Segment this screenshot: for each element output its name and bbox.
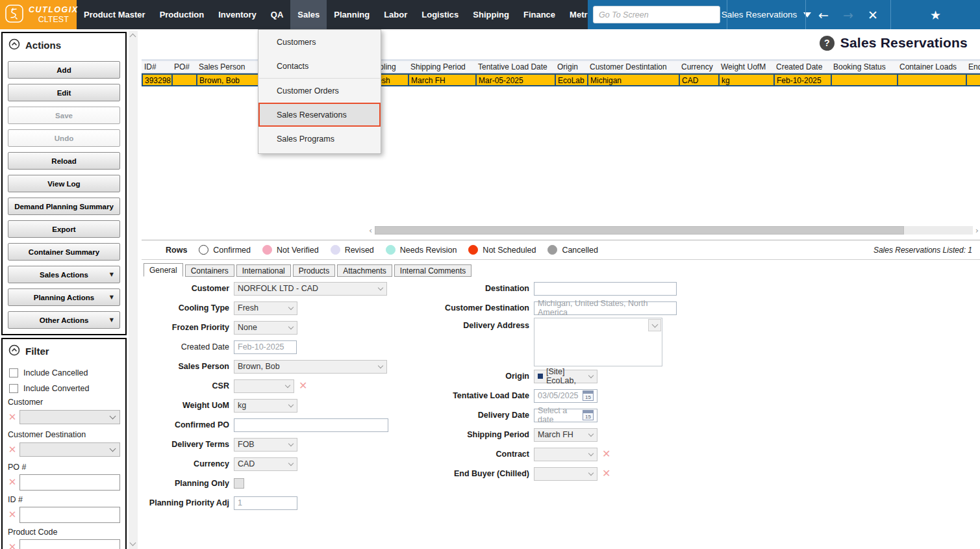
- collapse-actions-icon[interactable]: [8, 38, 20, 52]
- calendar-icon[interactable]: 15: [583, 390, 594, 401]
- confirmed-po-input[interactable]: [234, 418, 388, 432]
- scrollbar-thumb[interactable]: [375, 226, 904, 235]
- origin-select[interactable]: [Site] EcoLab,: [534, 370, 597, 383]
- menu-item-labor[interactable]: Labor: [377, 0, 414, 29]
- view-log-button[interactable]: View Log: [8, 175, 120, 192]
- close-icon[interactable]: ✕: [868, 8, 878, 22]
- row-cell-booking-status[interactable]: [832, 75, 898, 85]
- sidebar-scrollbar[interactable]: [129, 31, 138, 549]
- sales-menu-item-sales-reservations[interactable]: Sales Reservations: [258, 103, 381, 127]
- csr-select[interactable]: [234, 379, 294, 393]
- menu-item-logistics[interactable]: Logistics: [414, 0, 466, 29]
- scroll-up-icon[interactable]: [130, 34, 136, 40]
- add-button[interactable]: Add: [8, 61, 120, 79]
- scroll-right-icon[interactable]: ›: [975, 226, 979, 235]
- menu-item-sales[interactable]: Sales: [290, 0, 327, 29]
- column-header-shipping-period[interactable]: Shipping Period: [408, 61, 475, 73]
- calendar-icon[interactable]: 15: [583, 410, 594, 420]
- destination-input[interactable]: [534, 282, 677, 296]
- delivery-date-date-input[interactable]: Select a date15: [534, 409, 597, 422]
- row-cell-weight-uofm[interactable]: kg: [720, 75, 775, 85]
- scroll-down-icon[interactable]: [130, 540, 136, 546]
- delivery-address-textarea[interactable]: [534, 318, 662, 366]
- menu-item-qa[interactable]: QA: [264, 0, 291, 29]
- column-header-currency[interactable]: Currency: [679, 61, 718, 73]
- column-header-sales-person[interactable]: Sales Person: [196, 61, 258, 73]
- column-header-customer-destintation[interactable]: Customer Destintation: [587, 61, 679, 73]
- filter-customer-select[interactable]: [19, 410, 120, 424]
- undo-button[interactable]: Undo: [8, 129, 120, 147]
- planning-priority-adj-input[interactable]: 1: [234, 496, 297, 510]
- clear-filter-icon[interactable]: ✕: [5, 444, 19, 455]
- export-button[interactable]: Export: [8, 220, 120, 238]
- clear-icon[interactable]: ✕: [602, 468, 610, 479]
- column-header-weight-uofm[interactable]: Weight UofM: [718, 61, 773, 73]
- row-cell-po[interactable]: [173, 75, 197, 85]
- column-header-end[interactable]: End: [966, 61, 980, 73]
- sales-menu-item-customers[interactable]: Customers: [258, 30, 381, 54]
- checkbox-icon[interactable]: [9, 368, 18, 377]
- shipping-period-select[interactable]: March FH: [534, 428, 597, 442]
- menu-item-planning[interactable]: Planning: [327, 0, 377, 29]
- collapse-filter-icon[interactable]: [8, 344, 20, 358]
- filter-po-input[interactable]: [19, 474, 120, 491]
- reload-button[interactable]: Reload: [8, 152, 120, 170]
- row-cell-sales-person[interactable]: Brown, Bob: [197, 75, 259, 85]
- sales-actions-menu-button[interactable]: Sales Actions▼: [8, 266, 120, 283]
- filter-checkbox-include-converted[interactable]: Include Converted: [9, 384, 119, 393]
- save-button[interactable]: Save: [8, 107, 120, 124]
- menu-item-inventory[interactable]: Inventory: [211, 0, 264, 29]
- row-cell-customer-destintation[interactable]: Michigan: [588, 75, 680, 85]
- tentative-load-date-date-input[interactable]: 03/05/202515: [534, 389, 597, 403]
- customer-destination-input[interactable]: Michigan, United States, North America: [534, 301, 677, 315]
- menu-item-shipping[interactable]: Shipping: [466, 0, 516, 29]
- clear-filter-icon[interactable]: ✕: [5, 541, 19, 549]
- contract-select[interactable]: [534, 448, 597, 461]
- edit-button[interactable]: Edit: [8, 84, 120, 101]
- column-header-container-loads[interactable]: Container Loads: [897, 61, 966, 73]
- clear-filter-icon[interactable]: ✕: [5, 509, 19, 520]
- filter-product-code-input[interactable]: [19, 539, 120, 549]
- cooling-type-select[interactable]: Fresh: [234, 301, 297, 315]
- favorite-star-icon[interactable]: ★: [930, 8, 941, 22]
- column-header-tentative-load-date[interactable]: Tentative Load Date: [475, 61, 555, 73]
- filter-id-input[interactable]: [19, 507, 120, 523]
- planning-actions-menu-button[interactable]: Planning Actions▼: [8, 288, 120, 306]
- filter-customer-destination-select[interactable]: [19, 442, 120, 457]
- column-header-origin[interactable]: Origin: [555, 61, 587, 73]
- row-cell-origin[interactable]: EcoLab: [556, 75, 588, 85]
- sales-menu-item-customer-orders[interactable]: Customer Orders: [258, 79, 381, 103]
- clear-filter-icon[interactable]: ✕: [5, 411, 19, 423]
- row-cell-end[interactable]: [967, 75, 980, 85]
- checkbox-icon[interactable]: [9, 384, 18, 393]
- sales-menu-item-contacts[interactable]: Contacts: [258, 54, 381, 78]
- filter-checkbox-include-cancelled[interactable]: Include Cancelled: [9, 368, 119, 377]
- clear-icon[interactable]: ✕: [299, 381, 307, 391]
- end-buyer-chilled-select[interactable]: [534, 467, 597, 481]
- grid-horizontal-scrollbar[interactable]: ‹ ›: [369, 225, 979, 235]
- back-arrow-icon[interactable]: ←: [818, 8, 829, 22]
- row-cell-created-date[interactable]: Feb-10-2025: [775, 75, 832, 85]
- menu-item-finance[interactable]: Finance: [516, 0, 562, 29]
- container-summary-button[interactable]: Container Summary: [8, 243, 120, 261]
- tab-international[interactable]: International: [236, 264, 291, 277]
- row-cell-id[interactable]: 393298: [143, 75, 173, 85]
- tab-attachments[interactable]: Attachments: [337, 264, 392, 277]
- row-cell-tentative-load-date[interactable]: Mar-05-2025: [477, 75, 556, 85]
- clear-filter-icon[interactable]: ✕: [5, 476, 19, 488]
- created-date-input[interactable]: Feb-10-2025: [234, 340, 297, 354]
- delivery-terms-select[interactable]: FOB: [234, 438, 297, 452]
- row-cell-container-loads[interactable]: [898, 75, 967, 85]
- sales-menu-item-sales-programs[interactable]: Sales Programs: [258, 127, 381, 151]
- currency-select[interactable]: CAD: [234, 457, 297, 471]
- customer-select[interactable]: NORFOLK LTD - CAD: [234, 282, 387, 296]
- expand-button[interactable]: [648, 319, 661, 331]
- clear-icon[interactable]: ✕: [602, 449, 610, 459]
- menu-item-production[interactable]: Production: [153, 0, 212, 29]
- sales-person-select[interactable]: Brown, Bob: [234, 360, 387, 374]
- other-actions-menu-button[interactable]: Other Actions▼: [8, 311, 120, 329]
- row-cell-shipping-period[interactable]: March FH: [409, 75, 477, 85]
- planning-only-checkbox[interactable]: [234, 478, 244, 489]
- tab-general[interactable]: General: [144, 263, 183, 277]
- demand-planning-summary-button[interactable]: Demand Planning Summary: [8, 198, 120, 215]
